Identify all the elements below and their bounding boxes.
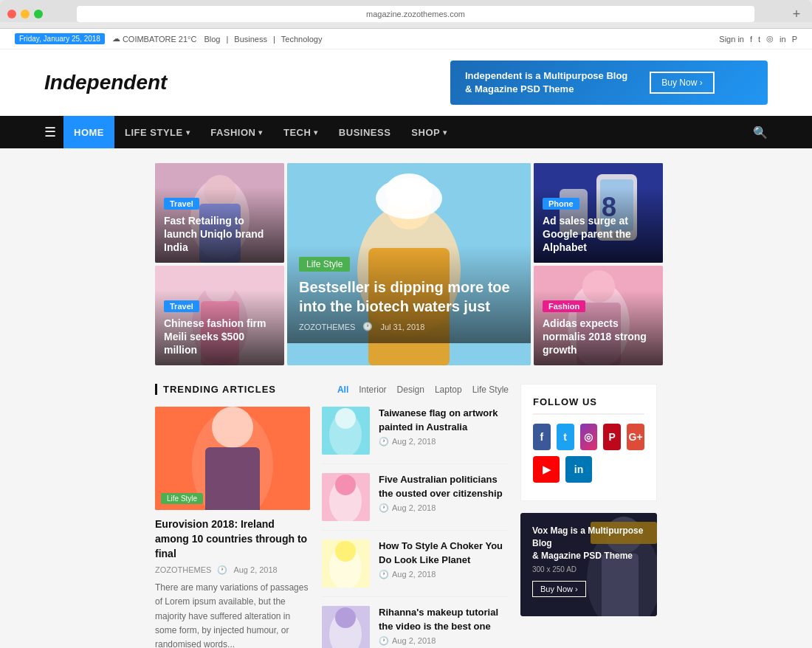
center-card-title: Bestseller is dipping more toe into the … <box>299 278 519 316</box>
blog-link[interactable]: Blog <box>204 35 220 44</box>
close-btn[interactable] <box>7 10 16 18</box>
content-area: Travel Fast Retailing to launch Uniqlo b… <box>0 148 812 648</box>
header-ad-button[interactable]: Buy Now › <box>650 72 714 94</box>
list-item[interactable]: Taiwanese flag on artwork painted in Aus… <box>322 407 509 464</box>
instagram-button[interactable]: ◎ <box>580 424 598 450</box>
hero-card-bottom-left[interactable]: Travel Chinese fashion firm Meili seeks … <box>155 266 284 365</box>
trending-header: TRENDING ARTICLES All Interior Design La… <box>155 384 509 395</box>
main-nav: ☰ HOME LIFE STYLE ▾ FASHION ▾ TECH ▾ BUS… <box>0 116 812 148</box>
list-item[interactable]: Five Australian politicians the ousted o… <box>322 473 509 531</box>
article-thumbnail <box>322 606 370 648</box>
linkedin-button[interactable]: in <box>565 456 592 483</box>
article-info: Five Australian politicians the ousted o… <box>379 473 509 512</box>
header-ad: Independent is a Multipurpose Blog& Maga… <box>450 61 768 105</box>
maximize-btn[interactable] <box>34 10 43 18</box>
top-bar-right: Sign in f t ◎ in P <box>719 34 797 44</box>
hamburger-menu[interactable]: ☰ <box>44 124 56 140</box>
card-title: Ad sales surge at Google parent the Alph… <box>543 214 654 255</box>
article-thumbnail <box>322 540 370 587</box>
weather-icon: ☁ <box>112 34 120 44</box>
featured-image: Life Style <box>155 407 310 510</box>
nav-home[interactable]: HOME <box>63 116 114 148</box>
weather-info: ☁ COIMBATORE 21°C <box>112 34 197 44</box>
article-title: Taiwanese flag on artwork painted in Aus… <box>379 407 509 433</box>
svg-point-26 <box>212 407 253 448</box>
address-bar[interactable]: magazine.zozothemes.com <box>77 6 754 22</box>
date-badge: Friday, January 25, 2018 <box>15 33 105 44</box>
article-date: 🕐 Aug 2, 2018 <box>379 570 509 579</box>
chevron-down-icon: ▾ <box>314 128 318 137</box>
business-link[interactable]: Business <box>234 35 267 44</box>
chevron-down-icon: ▾ <box>443 128 447 137</box>
facebook-icon-top[interactable]: f <box>750 35 752 44</box>
featured-article[interactable]: Life Style Eurovision 2018: Ireland amon… <box>155 407 310 648</box>
hero-card-center[interactable]: Life Style Bestseller is dipping more to… <box>287 163 531 365</box>
svg-point-39 <box>335 607 356 628</box>
filter-all[interactable]: All <box>337 385 348 395</box>
sidebar-ad: Vox Mag is a Multipurpose Blog& Magazine… <box>520 513 657 616</box>
instagram-icon-top[interactable]: ◎ <box>766 34 774 44</box>
card-title: Fast Retailing to launch Uniqlo brand In… <box>164 214 275 255</box>
twitter-button[interactable]: t <box>557 424 574 450</box>
center-date: Jul 31, 2018 <box>380 323 424 331</box>
technology-link[interactable]: Technology <box>281 35 323 44</box>
site-header: Independent Independent is a Multipurpos… <box>0 49 812 116</box>
filter-laptop[interactable]: Laptop <box>435 385 462 395</box>
center-author: ZOZOTHEMES <box>299 323 355 331</box>
trending-section: TRENDING ARTICLES All Interior Design La… <box>155 384 509 648</box>
chevron-down-icon: ▾ <box>258 128 263 137</box>
article-date: 🕐 Aug 2, 2018 <box>379 437 509 447</box>
svg-point-33 <box>335 475 356 495</box>
nav-lifestyle[interactable]: LIFE STYLE ▾ <box>114 116 200 148</box>
nav-fashion[interactable]: FASHION ▾ <box>200 116 273 148</box>
card-tag: Fashion <box>543 300 585 312</box>
site-logo[interactable]: Independent <box>44 71 167 94</box>
clock-icon: 🕐 <box>379 437 389 447</box>
svg-point-36 <box>335 541 356 562</box>
chevron-down-icon: ▾ <box>186 128 190 137</box>
filter-interior[interactable]: Interior <box>359 385 386 395</box>
article-title: Five Australian politicians the ousted o… <box>379 473 509 500</box>
article-thumbnail <box>322 473 370 521</box>
minimize-btn[interactable] <box>21 10 30 18</box>
list-item[interactable]: How To Style A Choker You Do Look Like P… <box>322 540 509 597</box>
clock-icon: 🕐 <box>379 636 389 646</box>
card-title: Chinese fashion firm Meili seeks $500 mi… <box>164 317 275 357</box>
clock-icon: 🕐 <box>379 503 389 513</box>
follow-us-box: FOLLOW US f t ◎ P G+ ▶ in <box>520 384 657 501</box>
clock-icon: 🕐 <box>379 570 389 579</box>
linkedin-icon-top[interactable]: in <box>780 35 786 44</box>
new-tab-button[interactable]: + <box>788 6 805 22</box>
card-title: Adidas expects normalis 2018 strong grow… <box>543 317 654 357</box>
list-item[interactable]: Rihanna's makeup tutorial the video is t… <box>322 606 509 648</box>
clock-icon: 🕐 <box>217 565 227 575</box>
sidebar: FOLLOW US f t ◎ P G+ ▶ in <box>520 384 657 648</box>
filter-lifestyle[interactable]: Life Style <box>472 385 509 395</box>
nav-business[interactable]: BUSINESS <box>328 116 401 148</box>
pinterest-icon-top[interactable]: P <box>792 35 797 44</box>
facebook-button[interactable]: f <box>533 424 551 450</box>
nav-shop[interactable]: SHOP ▾ <box>401 116 457 148</box>
header-ad-text: Independent is a Multipurpose Blog& Maga… <box>465 69 627 96</box>
trending-title: TRENDING ARTICLES <box>155 384 276 395</box>
center-card-tag: Life Style <box>299 257 350 272</box>
article-info: Rihanna's makeup tutorial the video is t… <box>379 606 509 645</box>
hero-card-bottom-right[interactable]: Fashion Adidas expects normalis 2018 str… <box>534 266 663 365</box>
sign-in-link[interactable]: Sign in <box>719 35 744 44</box>
hero-card-top-right[interactable]: 8 Phone Ad sales surge at Google parent … <box>534 163 663 263</box>
card-tag: Phone <box>543 198 579 210</box>
googleplus-button[interactable]: G+ <box>627 424 644 450</box>
nav-tech[interactable]: TECH ▾ <box>273 116 328 148</box>
pinterest-button[interactable]: P <box>603 424 621 450</box>
top-links: Blog | Business | Technology <box>204 35 322 44</box>
youtube-button[interactable]: ▶ <box>533 456 560 483</box>
clock-icon: 🕐 <box>362 322 373 331</box>
search-icon[interactable]: 🔍 <box>753 125 768 139</box>
svg-point-9 <box>385 173 433 209</box>
twitter-icon-top[interactable]: t <box>758 35 760 44</box>
social-row-2: ▶ in <box>533 456 644 483</box>
filter-design[interactable]: Design <box>397 385 424 395</box>
article-list: Taiwanese flag on artwork painted in Aus… <box>322 407 509 648</box>
hero-card-top-left[interactable]: Travel Fast Retailing to launch Uniqlo b… <box>155 163 284 263</box>
ad-buy-button[interactable]: Buy Now › <box>532 581 586 597</box>
